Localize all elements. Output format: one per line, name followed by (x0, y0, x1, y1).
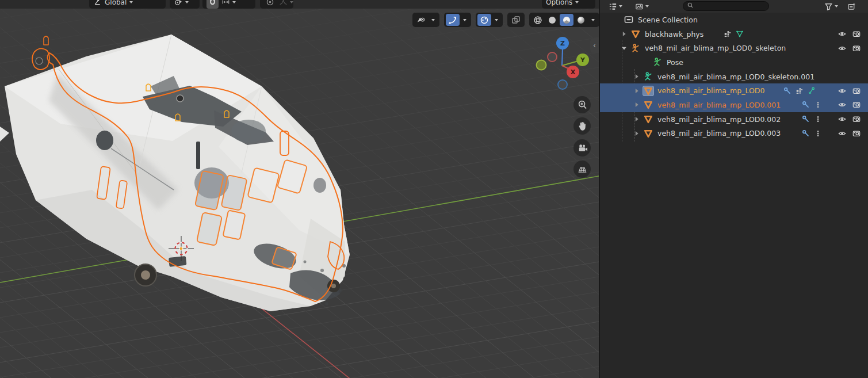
camera-icon[interactable] (852, 114, 861, 124)
outliner-item-label: veh8_mil_air_blima_mp_LOD0 (657, 86, 764, 95)
pivot-point-dropdown[interactable] (170, 0, 200, 9)
disclosure-down-icon[interactable] (620, 44, 629, 53)
outliner-item-label: veh8_mil_air_blima_mp_LOD0_skeleton (645, 44, 786, 52)
armature-icon (630, 43, 641, 54)
wrench-icon[interactable] (801, 114, 810, 124)
camera-icon[interactable] (852, 44, 861, 53)
axis-x-label: X (571, 68, 576, 76)
modifier-stack-icon[interactable] (795, 86, 804, 96)
viewport-header: Global Options (0, 0, 599, 9)
modifier-stack-icon[interactable] (723, 29, 732, 39)
nose-wheel (327, 280, 340, 292)
wrench-icon[interactable] (801, 100, 810, 109)
disclosure-right-icon[interactable] (632, 129, 641, 138)
navigation-gizmo[interactable]: Z Y X (532, 33, 599, 97)
pan-tool-button[interactable] (573, 117, 591, 135)
disclosure-right-icon[interactable] (632, 114, 641, 124)
axis-minus-x-ball[interactable] (548, 52, 557, 62)
display-mode-icon (635, 2, 644, 11)
camera-icon[interactable] (852, 86, 861, 96)
disclosure-right-icon[interactable] (632, 100, 641, 109)
gizmos-dropdown[interactable] (460, 14, 469, 26)
eye-icon[interactable] (838, 114, 847, 124)
eye-icon[interactable] (838, 129, 847, 138)
chevron-down-icon (495, 19, 498, 21)
object-visibility-dropdown[interactable] (429, 14, 438, 26)
shading-dropdown[interactable] (588, 14, 598, 26)
transform-orientation-label: Global (105, 0, 127, 6)
chevron-down-icon (645, 5, 649, 7)
outliner-row[interactable]: veh8_mil_air_blima_mp_LOD0 (600, 83, 868, 98)
outliner-row[interactable]: blackhawk_phys (600, 27, 868, 41)
collapsed-data-icon[interactable] (813, 100, 823, 109)
outliner-row[interactable]: Pose (600, 55, 868, 70)
outliner-row[interactable]: veh8_mil_air_blima_mp_LOD0_skeleton (600, 41, 868, 55)
search-input[interactable] (696, 2, 756, 10)
snap-toggle-button[interactable] (207, 0, 219, 9)
outliner-row[interactable]: Scene Collection (600, 13, 868, 27)
shading-material-button[interactable] (560, 14, 573, 26)
transform-orientation-dropdown[interactable]: Global (89, 0, 166, 9)
viewport-overlay-bar (412, 13, 599, 27)
chevron-down-icon (431, 19, 435, 21)
axis-z-label: Z (560, 40, 565, 47)
filter-dropdown[interactable] (824, 1, 838, 12)
editor-type-dropdown[interactable] (609, 1, 622, 12)
eye-icon[interactable] (838, 44, 847, 53)
axis-minus-y-ball[interactable] (537, 60, 546, 70)
disclosure-right-icon[interactable] (620, 29, 629, 39)
overlays-dropdown[interactable] (492, 14, 501, 26)
toggle-perspective-button[interactable] (573, 161, 591, 178)
show-object-types-button[interactable] (414, 14, 428, 26)
outliner-row[interactable]: veh8_mil_air_blima_mp_LOD0.002 (600, 112, 868, 127)
filter-icon (824, 2, 833, 11)
proportional-editing-toggle[interactable] (264, 0, 276, 9)
chevron-down-icon (185, 1, 189, 3)
outliner-row[interactable]: veh8_mil_air_blima_mp_LOD0_skeleton.001 (600, 70, 868, 84)
axis-minus-z-ball[interactable] (558, 80, 567, 89)
chevron-down-icon (463, 19, 466, 21)
solid-sphere-icon (548, 16, 557, 25)
show-overlays-button[interactable] (477, 14, 491, 26)
toggle-xray-button[interactable] (509, 14, 523, 26)
mesh-icon (643, 114, 654, 124)
outliner-row[interactable]: veh8_mil_air_blima_mp_LOD0.001 (600, 98, 868, 112)
display-mode-dropdown[interactable] (635, 1, 649, 12)
eye-icon[interactable] (838, 86, 847, 96)
mesh-data-icon[interactable] (735, 29, 744, 39)
eye-icon[interactable] (838, 29, 847, 39)
shading-rendered-button[interactable] (574, 14, 588, 26)
collapsed-data-icon[interactable] (813, 114, 823, 124)
snap-target-dropdown[interactable] (220, 0, 238, 9)
camera-icon[interactable] (852, 129, 861, 138)
wrench-icon[interactable] (801, 129, 810, 138)
options-dropdown[interactable]: Options (542, 0, 595, 9)
viewport-scene[interactable] (0, 0, 599, 378)
collapsed-data-icon[interactable] (813, 129, 823, 138)
shading-solid-button[interactable] (545, 14, 559, 26)
new-collection-button[interactable] (847, 1, 856, 12)
shading-wireframe-button[interactable] (531, 14, 545, 26)
outliner-row[interactable]: veh8_mil_air_blima_mp_LOD0.003 (600, 127, 868, 141)
outliner-item-label: veh8_mil_air_blima_mp_LOD0.001 (657, 101, 781, 109)
shading-mode-group (529, 13, 599, 27)
zoom-tool-button[interactable] (573, 96, 591, 113)
wrench-icon[interactable] (783, 86, 792, 96)
chevron-down-icon (575, 1, 579, 3)
outliner-item-label: veh8_mil_air_blima_mp_LOD0.002 (657, 115, 781, 124)
3d-viewport[interactable]: Global Options (0, 0, 599, 378)
object-visibility-group (412, 13, 439, 27)
proportional-falloff-dropdown[interactable] (277, 0, 295, 9)
sidebar-expand-arrow[interactable]: ‹ (590, 38, 599, 53)
camera-icon[interactable] (852, 29, 861, 39)
outliner-search[interactable] (683, 1, 769, 11)
camera-view-button[interactable] (573, 139, 591, 156)
mesh-icon (643, 100, 654, 110)
eye-icon[interactable] (838, 100, 847, 109)
bone-icon[interactable] (807, 86, 816, 96)
axis-y-label: Y (580, 56, 586, 64)
show-gizmos-button[interactable] (446, 14, 460, 26)
disclosure-right-icon[interactable] (632, 72, 641, 81)
camera-icon[interactable] (852, 100, 861, 109)
disclosure-right-icon[interactable] (632, 86, 641, 96)
